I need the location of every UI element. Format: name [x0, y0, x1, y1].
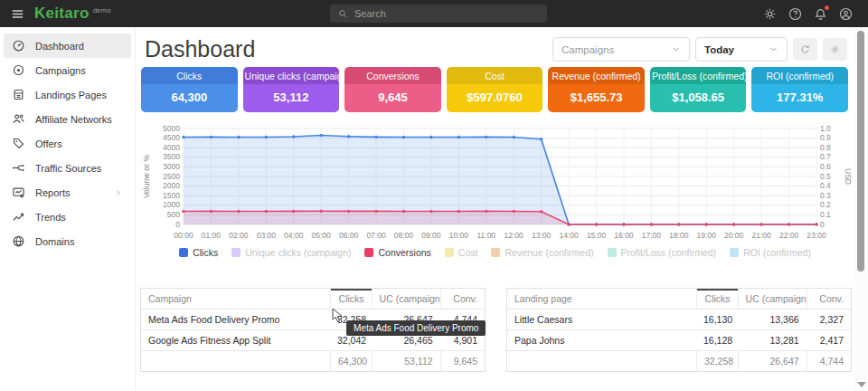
stat-card-label: ROI (confirmed)	[751, 67, 848, 84]
row-tooltip: Meta Ads Food Delivery Promo	[346, 320, 486, 336]
stat-card-value: $1,655.73	[548, 84, 645, 112]
sidebar-item-label: Campaigns	[35, 65, 123, 76]
bell-icon[interactable]	[813, 6, 828, 22]
help-icon[interactable]	[788, 6, 803, 22]
legend-label: Clicks	[193, 247, 218, 258]
svg-text:12:00: 12:00	[505, 231, 524, 240]
scrollbar-thumb[interactable]	[857, 31, 864, 272]
svg-text:21:00: 21:00	[751, 231, 771, 240]
menu-icon[interactable]	[4, 0, 31, 27]
svg-text:03:00: 03:00	[257, 231, 277, 240]
stat-card-value: $597.0760	[447, 84, 543, 112]
legend-item-roi-confirmed-[interactable]: ROI (confirmed)	[730, 247, 811, 258]
chevron-right-icon	[114, 188, 123, 197]
stat-card-value: 53,112	[243, 84, 340, 112]
sidebar-item-landings-pages[interactable]: Landings Pages	[4, 82, 131, 107]
legend-swatch	[179, 248, 188, 257]
table-cell: Google Ads Fitness App Split	[141, 330, 330, 350]
date-range-select[interactable]: Today	[695, 37, 788, 62]
sidebar-item-offers[interactable]: Offers	[4, 131, 131, 156]
svg-text:11:00: 11:00	[476, 231, 495, 240]
table-cell: 53,112	[372, 351, 440, 371]
sidebar-item-domains[interactable]: Domains	[4, 229, 131, 253]
column-header-conv-[interactable]: Conv.	[440, 289, 485, 309]
keitaro-dashboard-app: Keitaro demo Dashboard	[0, 0, 868, 391]
stat-card-clicks: Clicks 64,300	[141, 67, 238, 112]
scrollbar-down-arrow[interactable]	[857, 382, 866, 387]
legend-item-profit-loss-confirmed-[interactable]: Profit/Loss (confirmed)	[608, 247, 717, 258]
svg-text:15:00: 15:00	[587, 231, 607, 240]
svg-text:07:00: 07:00	[366, 231, 386, 240]
svg-text:0.9: 0.9	[820, 133, 831, 142]
svg-text:4500: 4500	[163, 133, 180, 142]
column-header-clicks[interactable]: Clicks	[330, 289, 372, 309]
stat-card-label: Cost	[447, 67, 543, 84]
campaigns-filter-select[interactable]: Campaigns	[552, 37, 690, 62]
dashboard-settings-button[interactable]	[823, 38, 847, 61]
svg-text:1500: 1500	[163, 191, 180, 200]
dashboard-controls: Campaigns Today	[552, 37, 847, 62]
stat-card-value: 64,300	[141, 84, 238, 112]
sidebar-item-affiliate-networks[interactable]: Affiliate Networks	[4, 107, 131, 131]
column-header-conv-[interactable]: Conv.	[807, 289, 851, 309]
gear-icon[interactable]	[762, 6, 778, 22]
legend-label: Profit/Loss (confirmed)	[621, 247, 717, 258]
reports-icon	[12, 186, 25, 199]
people-icon	[12, 112, 25, 126]
sidebar-item-label: Affiliate Networks	[35, 114, 123, 125]
svg-text:17:00: 17:00	[642, 231, 662, 240]
topbar-actions	[762, 0, 854, 27]
sidebar-item-dashboard[interactable]: Dashboard	[4, 33, 131, 58]
sidebar-item-campaigns[interactable]: Campaigns	[4, 58, 131, 82]
svg-text:500: 500	[167, 210, 180, 219]
table-cell: 2,417	[807, 330, 851, 350]
refresh-button[interactable]	[793, 38, 817, 61]
main-content: Dashboard Campaigns Today	[136, 27, 854, 391]
legend-item-revenue-confirmed-[interactable]: Revenue (confirmed)	[491, 247, 593, 258]
app-logo[interactable]: Keitaro	[34, 5, 90, 23]
search-input[interactable]	[354, 8, 540, 19]
legend-item-cost[interactable]: Cost	[445, 247, 478, 258]
sidebar-item-traffic-sources[interactable]: Traffic Sources	[4, 156, 131, 180]
tag-icon	[12, 137, 25, 150]
stat-card-label: Clicks	[141, 67, 238, 84]
svg-text:0.6: 0.6	[820, 162, 831, 171]
date-range-value: Today	[704, 44, 734, 55]
svg-text:2000: 2000	[163, 181, 180, 190]
column-header-campaign[interactable]: Campaign	[141, 289, 330, 309]
global-search[interactable]	[330, 5, 547, 23]
page-scrollbar	[854, 27, 868, 391]
column-header-clicks[interactable]: Clicks	[696, 289, 738, 309]
column-header-uc-campaign-[interactable]: UC (campaign)	[738, 289, 807, 309]
stat-card-value: $1,058.65	[650, 84, 747, 112]
table-header-row: Landing pageClicksUC (campaign)Conv.	[507, 289, 851, 309]
svg-text:22:00: 22:00	[779, 231, 799, 240]
sidebar-item-label: Offers	[35, 138, 123, 149]
table-row[interactable]: Little Caesars16,13013,3662,327	[507, 309, 851, 329]
svg-text:3500: 3500	[163, 152, 180, 161]
split-icon	[12, 161, 25, 175]
sidebar-item-trends[interactable]: Trends	[4, 205, 131, 229]
summary-tables: CampaignClicksUC (campaign)Conv.Meta Ads…	[140, 288, 852, 372]
table-row[interactable]: Papa Johns16,12813,2812,417	[507, 329, 851, 350]
sidebar-item-label: Reports	[35, 187, 114, 198]
sidebar-item-reports[interactable]: Reports	[4, 180, 131, 205]
svg-text:0: 0	[820, 220, 825, 229]
table-totals-row: 32,25826,6474,744	[507, 350, 851, 371]
svg-text:23:00: 23:00	[807, 231, 826, 240]
landing-pages-table: Landing pageClicksUC (campaign)Conv.Litt…	[506, 288, 852, 372]
stat-card-conversions: Conversions 9,645	[344, 67, 441, 112]
svg-text:00:00: 00:00	[174, 231, 193, 240]
legend-item-conversions[interactable]: Conversions	[364, 247, 430, 258]
column-header-uc-campaign-[interactable]: UC (campaign)	[372, 289, 440, 309]
pages-icon	[12, 88, 25, 101]
svg-text:Volume or %: Volume or %	[142, 154, 151, 198]
user-icon[interactable]	[838, 6, 854, 22]
legend-swatch	[445, 248, 454, 257]
column-header-landing-page[interactable]: Landing page	[507, 289, 696, 309]
svg-text:1000: 1000	[163, 200, 180, 209]
legend-item-clicks[interactable]: Clicks	[179, 247, 218, 258]
legend-item-unique-clicks-campaign-[interactable]: Unique clicks (campaign)	[231, 247, 351, 258]
sidebar: Dashboard Campaigns Landings Pages Affil…	[0, 27, 136, 391]
svg-text:0.5: 0.5	[820, 172, 831, 181]
